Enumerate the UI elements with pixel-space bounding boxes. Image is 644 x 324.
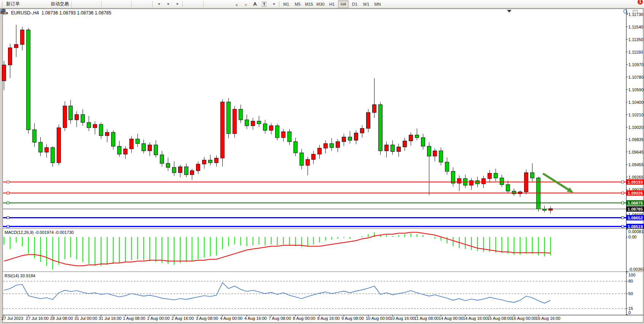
candle (543, 209, 547, 210)
bar-chart-button[interactable] (73, 0, 82, 8)
candle (45, 148, 49, 152)
svg-text:1.10780: 1.10780 (628, 75, 644, 79)
timeframe-button-W1[interactable]: W1 (361, 0, 371, 8)
toolbar-separator (279, 1, 279, 7)
candle (470, 181, 473, 185)
chart-shift-button[interactable] (142, 0, 151, 8)
svg-text:1.10400: 1.10400 (628, 100, 644, 105)
svg-text:10 Aug 00:00: 10 Aug 00:00 (366, 316, 391, 321)
chart-shift-marker-icon[interactable] (507, 10, 512, 13)
candle (172, 167, 176, 173)
candle (251, 121, 255, 126)
candle (403, 141, 407, 147)
candle (300, 153, 304, 165)
candle (500, 178, 504, 184)
trendline-tool-button[interactable] (223, 0, 232, 8)
line-handle[interactable] (622, 192, 624, 194)
candle (160, 155, 164, 164)
line-handle[interactable] (622, 226, 624, 228)
candle (360, 129, 364, 133)
candle (306, 159, 310, 165)
candle (221, 102, 225, 158)
candle (118, 146, 121, 154)
svg-text:1.11350: 1.11350 (628, 37, 643, 42)
candle (227, 102, 231, 133)
zoom-in-button[interactable] (103, 0, 112, 8)
market-watch-button[interactable] (21, 0, 30, 8)
candle (269, 126, 273, 130)
auto-scroll-button[interactable] (133, 0, 142, 8)
line-handle[interactable] (622, 217, 624, 219)
svg-text:27 Jul 2023: 27 Jul 2023 (2, 316, 23, 321)
svg-text:1.09265: 1.09265 (628, 175, 644, 179)
chat-bubble-icon (632, 9, 639, 15)
text-tool-button[interactable]: A (250, 0, 260, 8)
navigator-button[interactable] (39, 0, 48, 8)
timeframe-button-M1[interactable]: M1 (281, 0, 292, 8)
timeframe-button-M15[interactable]: M15 (304, 0, 314, 8)
templates-button[interactable] (172, 0, 181, 8)
line-handle[interactable] (7, 202, 9, 204)
tile-windows-button[interactable] (121, 0, 130, 8)
timeframe-button-H4[interactable]: H4 (338, 0, 349, 8)
candle (336, 141, 340, 148)
data-window-button[interactable] (30, 0, 39, 8)
toolbar-separator (101, 1, 102, 7)
timeframe-button-MN[interactable]: MN (372, 0, 383, 8)
macd-label: MACD(12,26,9) -0.001974 -0.001730 (5, 230, 74, 235)
toolbar-separator (71, 1, 72, 7)
horizontal-line-tool-button[interactable] (214, 0, 223, 8)
periods-button[interactable] (163, 0, 172, 8)
vertical-line-tool-button[interactable] (205, 0, 214, 8)
svg-text:10 Aug 16:00: 10 Aug 16:00 (390, 316, 415, 321)
line-handle[interactable] (622, 202, 624, 204)
candle (451, 172, 455, 183)
candle (27, 30, 30, 130)
text-label-tool-button[interactable]: T (260, 0, 269, 8)
timeframe-button-M5[interactable]: M5 (292, 0, 303, 8)
timeframe-button-D1[interactable]: D1 (349, 0, 360, 8)
arrows-tool-button[interactable] (269, 0, 278, 8)
svg-text:8 Aug 16:00: 8 Aug 16:00 (317, 316, 340, 321)
candle (233, 109, 237, 133)
candle (439, 151, 443, 162)
svg-text:1.08785: 1.08785 (628, 207, 643, 211)
line-handle[interactable] (622, 181, 624, 183)
notifications-button[interactable]: 1 (632, 0, 641, 8)
time-axis: 27 Jul 202327 Jul 16:0028 Jul 08:0031 Ju… (2, 315, 560, 321)
line-handle[interactable] (7, 181, 9, 183)
cursor-button[interactable] (184, 0, 193, 8)
new-order-button[interactable]: 新订单 (4, 0, 21, 8)
svg-text:-0.003677: -0.003677 (628, 267, 644, 272)
svg-text:1.09645: 1.09645 (628, 150, 644, 154)
candle (209, 160, 212, 163)
candle (142, 144, 146, 151)
svg-text:9 Aug 08:00: 9 Aug 08:00 (341, 316, 364, 321)
timeframe-button-M30[interactable]: M30 (315, 0, 326, 8)
candle (179, 167, 182, 173)
candle (124, 149, 128, 154)
candle (482, 179, 486, 184)
zoom-out-button[interactable] (112, 0, 121, 8)
indicators-button[interactable] (154, 0, 163, 8)
crosshair-button[interactable] (193, 0, 202, 8)
channel-tool-button[interactable]: E (232, 0, 241, 8)
timeframe-button-H1[interactable]: H1 (327, 0, 337, 8)
rsi-label: RSI(14) 33.9184 (5, 273, 35, 278)
line-handle[interactable] (7, 226, 9, 228)
candle (263, 124, 267, 130)
toolbar-grip[interactable] (2, 1, 3, 7)
svg-text:15 Aug 08:00: 15 Aug 08:00 (487, 316, 512, 321)
candle (57, 128, 61, 163)
candle (136, 139, 140, 143)
fibonacci-tool-button[interactable]: F (241, 0, 250, 8)
svg-text:4 Aug 00:00: 4 Aug 00:00 (220, 316, 242, 321)
price-label: 1.08519 (628, 224, 643, 229)
line-chart-button[interactable] (91, 0, 100, 8)
autotrading-button[interactable]: 自动交易 (48, 0, 70, 8)
candle (415, 135, 419, 138)
candlestick-chart-button[interactable] (82, 0, 91, 8)
search-button[interactable] (623, 0, 632, 8)
line-handle[interactable] (7, 217, 9, 219)
line-handle[interactable] (7, 192, 9, 194)
